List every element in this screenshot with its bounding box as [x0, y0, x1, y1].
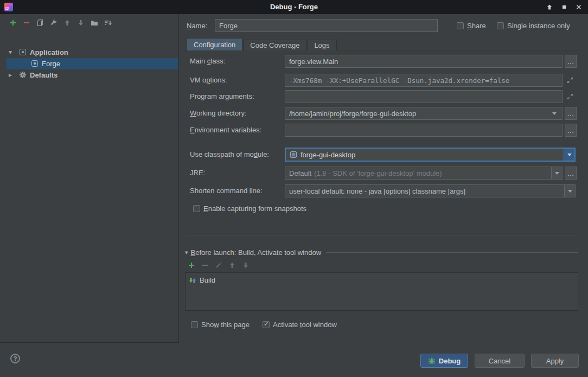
name-label: Name: [187, 22, 207, 30]
tree-item-label: Defaults [30, 69, 57, 81]
vm-options-label: VM options: [190, 76, 227, 84]
before-launch-rule [326, 252, 578, 253]
cancel-button[interactable]: Cancel [475, 354, 525, 368]
collapse-chevron-icon[interactable]: ▾ [185, 249, 188, 256]
jre-combo[interactable]: Default (1.8 - SDK of 'forge-gui-desktop… [285, 167, 563, 180]
remove-task-button[interactable] [201, 261, 209, 270]
tab-configuration[interactable]: Configuration [187, 38, 242, 50]
plus-icon [187, 261, 196, 270]
tab-bar: Configuration Code Coverage Logs [187, 38, 337, 50]
working-directory-dropdown-icon[interactable] [552, 112, 557, 115]
environment-variables-browse-button[interactable]: … [565, 124, 577, 137]
capture-snapshots-label: Enable capturing form snapshots [203, 205, 306, 213]
add-configuration-button[interactable] [9, 18, 17, 27]
tree-item-forge[interactable]: Forge [0, 58, 178, 69]
window-title: Debug - Forge [0, 0, 588, 14]
single-instance-label: Single instance only [507, 22, 570, 30]
section-separator [185, 235, 578, 235]
before-launch-title: Before launch: Build, Activate tool wind… [191, 248, 322, 257]
jre-value: Default [289, 169, 311, 177]
jre-label: JRE: [190, 169, 205, 177]
shorten-command-line-value: user-local default: none - java [options… [289, 187, 465, 195]
tree-item-application[interactable]: ▾ Application [0, 47, 178, 58]
main-class-input[interactable] [285, 55, 563, 68]
chevron-down-icon[interactable]: ▾ [9, 47, 12, 58]
main-class-browse-button[interactable]: … [565, 55, 577, 68]
remove-configuration-button[interactable] [22, 18, 31, 27]
capture-snapshots-checkbox[interactable] [193, 205, 200, 212]
module-classpath-dropdown-button[interactable] [564, 149, 574, 161]
program-arguments-input[interactable] [285, 90, 563, 103]
copy-icon [36, 18, 44, 27]
debug-button-label: Debug [439, 357, 461, 365]
program-arguments-label: Program arguments: [190, 92, 254, 100]
help-button[interactable]: ? [10, 354, 20, 363]
show-this-page-checkbox[interactable] [191, 321, 198, 328]
working-directory-label: Working directory: [190, 109, 247, 117]
edit-task-button[interactable] [214, 261, 223, 270]
maximize-icon [561, 4, 567, 10]
environment-variables-label: Environment variables: [190, 126, 261, 134]
before-launch-header: ▾ Before launch: Build, Activate tool wi… [185, 248, 578, 257]
create-folder-button[interactable] [90, 18, 99, 27]
before-launch-task-list[interactable]: Build [185, 272, 578, 311]
edit-defaults-button[interactable] [49, 18, 58, 27]
pencil-icon [214, 261, 223, 270]
working-directory-input[interactable] [285, 107, 563, 120]
chevron-right-icon[interactable]: ▸ [9, 69, 12, 81]
environment-variables-input[interactable] [285, 124, 563, 137]
shorten-command-line-label: Shorten command line: [190, 187, 263, 195]
move-task-down-button[interactable] [241, 261, 250, 270]
sort-configurations-button[interactable] [104, 18, 112, 27]
tree-item-defaults[interactable]: ▸ Defaults [0, 69, 178, 81]
move-task-up-button[interactable] [228, 261, 237, 270]
rollup-button[interactable] [546, 3, 553, 11]
activate-tool-window-label: Activate tool window [273, 321, 337, 329]
chevron-down-icon [555, 172, 559, 175]
shorten-command-line-combo[interactable]: user-local default: none - java [options… [285, 184, 576, 197]
task-item-build[interactable]: Build [186, 274, 578, 286]
expand-field-icon [566, 76, 574, 85]
arrow-down-icon [241, 261, 250, 270]
share-label: Share [467, 22, 486, 30]
move-down-button[interactable] [76, 18, 85, 27]
sort-icon [104, 18, 112, 27]
apply-button[interactable]: Apply [531, 354, 579, 368]
vm-options-input[interactable] [285, 74, 563, 87]
titlebar: IJ Debug - Forge [0, 0, 588, 14]
program-arguments-expand-button[interactable] [566, 92, 574, 101]
working-directory-browse-button[interactable]: … [565, 107, 577, 120]
shorten-command-line-dropdown-button[interactable] [564, 185, 575, 197]
jre-browse-button[interactable]: … [565, 167, 577, 180]
copy-configuration-button[interactable] [36, 18, 44, 27]
tab-code-coverage[interactable]: Code Coverage [243, 40, 306, 50]
name-input[interactable] [215, 19, 438, 32]
show-this-page-label: Show this page [201, 321, 250, 329]
plus-icon [9, 18, 17, 27]
module-classpath-value: forge-gui-desktop [301, 151, 355, 159]
minus-icon [22, 18, 31, 27]
vm-options-expand-button[interactable] [566, 76, 574, 85]
tab-logs[interactable]: Logs [307, 40, 336, 50]
tree-item-label: Forge [42, 58, 60, 69]
arrow-up-icon [228, 261, 237, 270]
configurations-sidebar: ▾ Application Forge ▸ Defaults [0, 14, 179, 343]
activate-tool-window-checkbox[interactable] [263, 321, 270, 328]
module-classpath-combo[interactable]: forge-gui-desktop [285, 148, 576, 162]
single-instance-checkbox[interactable] [497, 22, 504, 29]
jre-dropdown-button[interactable] [551, 167, 562, 179]
arrow-down-icon [76, 18, 85, 27]
arrow-up-icon [63, 18, 72, 27]
add-task-button[interactable] [187, 261, 196, 270]
close-button[interactable] [575, 3, 583, 11]
application-config-icon [30, 59, 39, 68]
move-up-button[interactable] [63, 18, 72, 27]
window-controls [546, 0, 583, 14]
minus-icon [201, 261, 209, 270]
maximize-button[interactable] [560, 3, 568, 11]
module-classpath-label: Use classpath of module: [190, 150, 269, 158]
share-checkbox[interactable] [457, 22, 464, 29]
tree-item-label: Application [30, 47, 68, 58]
chevron-down-icon [567, 154, 572, 156]
debug-button[interactable]: Debug [420, 354, 468, 368]
